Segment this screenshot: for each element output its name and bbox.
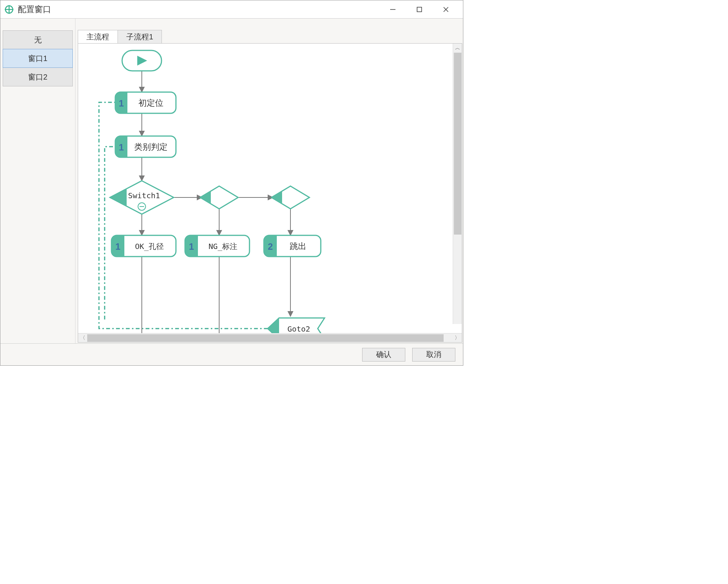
node-label: OK_孔径	[135, 242, 164, 251]
node-badge: 1	[115, 241, 120, 252]
branch-diamond-3[interactable]: 3	[271, 186, 309, 209]
node-initial-locate[interactable]: 1 初定位	[115, 92, 176, 113]
node-category-check[interactable]: 1 类别判定	[115, 136, 176, 157]
app-logo-icon	[4, 5, 14, 14]
scroll-left-icon[interactable]: 〈	[78, 333, 87, 342]
start-node[interactable]	[122, 50, 162, 71]
node-badge: 1	[119, 98, 124, 108]
window-body: 无 窗口1 窗口2 主流程 子流程1	[0, 19, 463, 343]
node-label: 跳出	[290, 241, 306, 251]
titlebar: 配置窗口	[0, 0, 463, 19]
canvas-shell: 1 初定位 1 类别判定	[78, 43, 462, 343]
config-window: 配置窗口 无 窗口1 窗口2 主流程 子流程1	[0, 0, 463, 366]
flow-canvas[interactable]: 1 初定位 1 类别判定	[78, 44, 462, 333]
close-button[interactable]	[433, 2, 459, 17]
node-badge: 1	[119, 142, 124, 152]
main-panel: 主流程 子流程1	[75, 19, 463, 343]
window-title: 配置窗口	[18, 4, 51, 15]
horizontal-scrollbar[interactable]: 〈 〉	[78, 333, 462, 342]
minimize-button[interactable]	[380, 2, 406, 17]
goto-label: Goto2	[287, 324, 310, 333]
node-badge: 1	[189, 241, 194, 252]
node-label: 类别判定	[134, 142, 168, 152]
vertical-scrollbar[interactable]: ︿	[453, 44, 462, 324]
sidebar-item-window1[interactable]: 窗口1	[3, 49, 73, 68]
maximize-button[interactable]	[406, 2, 433, 17]
scroll-up-icon[interactable]: ︿	[453, 44, 462, 53]
switch-label: Switch1	[128, 191, 160, 200]
node-ok-diameter[interactable]: 1 OK_孔径	[111, 235, 176, 257]
dialog-footer: 确认 取消	[0, 343, 463, 365]
branch-diamond-2[interactable]: 2	[200, 186, 238, 209]
tab-main-flow[interactable]: 主流程	[78, 30, 118, 44]
cancel-button[interactable]: 取消	[412, 348, 455, 362]
sidebar-item-window2[interactable]: 窗口2	[3, 67, 73, 86]
sidebar-item-none[interactable]: 无	[3, 30, 73, 49]
branch-num: 3	[285, 194, 289, 202]
sidebar: 无 窗口1 窗口2	[0, 19, 75, 343]
tab-sub-flow-1[interactable]: 子流程1	[118, 30, 162, 44]
flowchart: 1 初定位 1 类别判定	[78, 44, 457, 333]
node-badge: 2	[268, 241, 273, 252]
node-goto2[interactable]: Goto2	[268, 318, 325, 333]
branch-num: 2	[213, 194, 217, 202]
scroll-thumb[interactable]	[87, 334, 444, 342]
tab-bar: 主流程 子流程1	[75, 30, 463, 44]
ok-button[interactable]: 确认	[362, 348, 405, 362]
node-ng-annotate[interactable]: 1 NG_标注	[185, 235, 249, 257]
node-switch1[interactable]: Switch1	[110, 181, 174, 214]
node-label: NG_标注	[209, 242, 237, 251]
scroll-right-icon[interactable]: 〉	[453, 333, 462, 342]
scroll-thumb[interactable]	[454, 53, 461, 235]
node-exit[interactable]: 2 跳出	[264, 235, 321, 257]
node-label: 初定位	[138, 98, 163, 108]
svg-rect-4	[417, 7, 422, 12]
